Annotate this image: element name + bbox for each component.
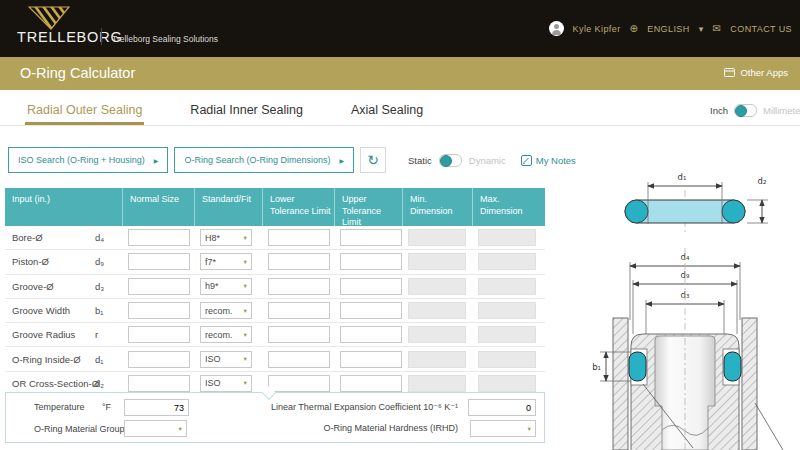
normal-size-input[interactable] xyxy=(128,302,190,319)
unit-millimeter-label[interactable]: Millimeter xyxy=(763,105,800,116)
upper-tolerance-input[interactable] xyxy=(340,229,402,246)
table-header: Input (in.) Normal Size Standard/Fit Low… xyxy=(5,188,545,226)
upper-tolerance-input[interactable] xyxy=(340,351,402,368)
play-icon: ▶ xyxy=(154,157,159,164)
header-divider xyxy=(101,28,102,45)
dimensions-table: Input (in.) Normal Size Standard/Fit Low… xyxy=(5,188,545,396)
max-dimension-field xyxy=(478,326,536,343)
caret-down-icon: ▼ xyxy=(243,259,248,265)
lower-tolerance-input[interactable] xyxy=(268,278,330,295)
caret-down-icon: ▼ xyxy=(527,426,532,432)
col-upper-tolerance: Upper Tolerance Limit xyxy=(335,188,403,229)
row-label: Groove Width xyxy=(5,305,95,316)
material-hardness-select[interactable]: ▼ xyxy=(470,420,536,437)
standard-fit-select[interactable]: h9* ▼ xyxy=(200,278,252,295)
reset-button[interactable]: ↻ xyxy=(360,147,386,173)
page-title: O-Ring Calculator xyxy=(20,65,135,81)
standard-fit-select[interactable]: f7* ▼ xyxy=(200,253,252,270)
max-dimension-field xyxy=(478,229,536,246)
min-dimension-field xyxy=(408,253,466,270)
table-row: Groove-Ø d₃ h9* ▼ xyxy=(5,275,545,299)
table-row: Groove Radius r recom. ▼ xyxy=(5,323,545,347)
material-group-text: O-Ring Material Group xyxy=(34,424,125,434)
material-group-select[interactable]: ▼ xyxy=(124,420,187,437)
lower-tolerance-input[interactable] xyxy=(268,253,330,270)
lower-tolerance-input[interactable] xyxy=(268,326,330,343)
caret-down-icon: ▼ xyxy=(243,356,248,362)
standard-fit-select[interactable]: ISO ▼ xyxy=(200,351,252,368)
normal-size-input[interactable] xyxy=(128,326,190,343)
unit-toggle-switch[interactable] xyxy=(734,104,757,117)
bore-wall-right xyxy=(742,318,757,450)
col-standard-fit: Standard/Fit xyxy=(195,188,263,229)
trelleborg-logo-icon xyxy=(28,6,70,30)
normal-size-input[interactable] xyxy=(128,229,190,246)
lower-tolerance-input[interactable] xyxy=(268,351,330,368)
caret-down-icon: ▼ xyxy=(243,332,248,338)
iso-search-button[interactable]: ISO Search (O-Ring + Housing) ▶ xyxy=(8,147,168,173)
upper-tolerance-input[interactable] xyxy=(340,278,402,295)
table-row: Piston-Ø d₉ f7* ▼ xyxy=(5,250,545,274)
row-label: Bore-Ø xyxy=(5,232,95,243)
tab-axial-sealing[interactable]: Axial Sealing xyxy=(349,95,425,125)
play-icon: ▶ xyxy=(339,157,344,164)
normal-size-input[interactable] xyxy=(128,351,190,368)
row-symbol: d₂ xyxy=(95,378,123,389)
standard-fit-value: f7* xyxy=(205,257,216,267)
tab-radial-outer-sealing[interactable]: Radial Outer Sealing xyxy=(25,95,144,125)
expansion-coefficient-input[interactable] xyxy=(468,399,536,416)
caret-down-icon: ▼ xyxy=(178,426,183,432)
oring-search-button[interactable]: O-Ring Search (O-Ring Dimensions) ▶ xyxy=(174,147,354,173)
iso-search-label: ISO Search (O-Ring + Housing) xyxy=(18,155,145,165)
standard-fit-select[interactable]: H8* ▼ xyxy=(200,229,252,246)
standard-fit-value: ISO xyxy=(205,378,221,388)
toggle-knob xyxy=(440,155,452,167)
table-row: O-Ring Inside-Ø d₁ ISO ▼ xyxy=(5,347,545,371)
upper-tolerance-input[interactable] xyxy=(340,326,402,343)
upper-tolerance-input[interactable] xyxy=(340,253,402,270)
oring-right xyxy=(724,352,741,381)
material-group-label: O-Ring Material Groupⓘ xyxy=(34,423,137,436)
static-dynamic-toggle[interactable] xyxy=(439,154,462,167)
unit-inch-label[interactable]: Inch xyxy=(710,105,728,116)
standard-fit-value: h9* xyxy=(205,281,219,291)
upper-tolerance-input[interactable] xyxy=(340,375,402,392)
contact-us-link[interactable]: CONTACT US xyxy=(730,24,792,34)
top-header: TRELLEBORG Trelleborg Sealing Solutions … xyxy=(0,0,800,57)
apps-window-icon xyxy=(724,68,735,77)
standard-fit-select[interactable]: recom. ▼ xyxy=(200,326,252,343)
standard-fit-select[interactable]: ISO ▼ xyxy=(200,375,252,392)
oring-top-view: d₁ d₂ xyxy=(625,172,768,232)
min-dimension-field xyxy=(408,351,466,368)
user-name[interactable]: Kyle Kipfer xyxy=(573,24,621,34)
temperature-input[interactable] xyxy=(124,399,189,416)
bore-wall-left xyxy=(613,318,628,450)
static-label[interactable]: Static xyxy=(408,155,432,166)
tab-radial-inner-sealing[interactable]: Radial Inner Sealing xyxy=(188,95,305,125)
standard-fit-select[interactable]: recom. ▼ xyxy=(200,302,252,319)
dim-label-d2: d₂ xyxy=(758,176,767,186)
table-row: Groove Width b₁ recom. ▼ xyxy=(5,299,545,323)
lower-tolerance-input[interactable] xyxy=(268,229,330,246)
toggle-knob xyxy=(735,105,747,117)
language-selector[interactable]: ENGLISH xyxy=(647,24,689,34)
other-apps-button[interactable]: Other Apps xyxy=(724,67,788,78)
chevron-down-icon[interactable]: ▾ xyxy=(699,24,704,34)
normal-size-input[interactable] xyxy=(128,278,190,295)
normal-size-input[interactable] xyxy=(128,253,190,270)
lower-tolerance-input[interactable] xyxy=(268,302,330,319)
upper-tolerance-input[interactable] xyxy=(340,302,402,319)
lower-tolerance-input[interactable] xyxy=(268,375,330,392)
row-symbol: d₉ xyxy=(95,256,123,267)
row-label: OR Cross-Section-Ø xyxy=(5,378,95,389)
dynamic-label[interactable]: Dynamic xyxy=(469,155,506,166)
temperature-unit: °F xyxy=(102,402,111,412)
dim-label-d1: d₁ xyxy=(678,172,687,182)
temperature-label: Temperature xyxy=(34,402,85,412)
user-avatar-icon xyxy=(549,21,564,36)
mail-icon: ✉ xyxy=(713,23,722,34)
normal-size-input[interactable] xyxy=(128,375,190,392)
row-label: Groove-Ø xyxy=(5,281,95,292)
material-hardness-label: O-Ring Material Hardness (IRHD) xyxy=(323,423,458,433)
max-dimension-field xyxy=(478,375,536,392)
